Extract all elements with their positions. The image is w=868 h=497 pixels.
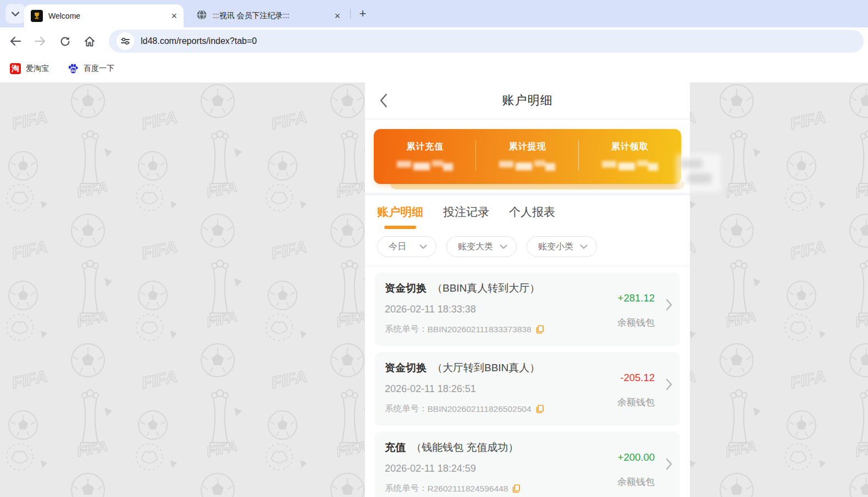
copy-icon[interactable] xyxy=(512,484,521,493)
stat-total-deposit: 累计充值 xyxy=(374,129,476,184)
baidu-paw-icon: du xyxy=(68,63,79,74)
close-tab-icon[interactable]: × xyxy=(171,11,177,21)
tab-strip: Welcome × :::视讯 会员下注纪录::: × + xyxy=(0,0,868,27)
blurred-overlay xyxy=(676,154,721,192)
copy-icon[interactable] xyxy=(536,325,544,334)
tab-betting-records[interactable]: :::视讯 会员下注纪录::: × xyxy=(190,4,347,27)
order-number: BBIN202602111833373838 xyxy=(428,325,532,334)
record-wallet: 余额钱包 xyxy=(617,476,655,488)
home-button[interactable] xyxy=(80,32,99,51)
globe-icon xyxy=(196,9,207,23)
svg-text:du: du xyxy=(71,69,75,72)
back-icon[interactable] xyxy=(379,93,388,108)
new-tab-button[interactable]: + xyxy=(355,6,371,21)
bookmark-label: 百度一下 xyxy=(84,64,114,74)
summary-card: 累计充值 累计提现 累计领取 xyxy=(374,129,681,184)
copy-icon[interactable] xyxy=(536,405,544,414)
report-tabs: 账户明细 投注记录 个人报表 xyxy=(365,196,690,229)
stats-section: 累计充值 累计提现 累计领取 xyxy=(365,119,690,193)
chevron-down-icon xyxy=(580,244,588,249)
site-settings-icon[interactable] xyxy=(117,32,134,50)
record-item[interactable]: 充值（钱能钱包 充值成功） 2026-02-11 18:24:59 系统单号： … xyxy=(375,432,680,497)
bookmark-baidu[interactable]: du 百度一下 xyxy=(68,63,114,74)
chevron-right-icon[interactable] xyxy=(666,299,672,311)
stat-label: 累计领取 xyxy=(579,141,681,153)
account-detail-page: 账户明细 累计充值 累计提现 累计领取 xyxy=(365,82,690,497)
record-datetime: 2026-02-11 18:24:59 xyxy=(385,463,670,474)
blurred-value xyxy=(498,159,556,174)
stat-label: 累计充值 xyxy=(374,141,476,153)
tab-separator xyxy=(350,9,351,19)
chevron-right-icon[interactable] xyxy=(666,458,672,470)
tab-title: :::视讯 会员下注纪录::: xyxy=(213,11,330,21)
bookmarks-bar: 淘 爱淘宝 du 百度一下 xyxy=(0,55,868,82)
chevron-right-icon[interactable] xyxy=(666,378,672,390)
address-bar[interactable]: ld48.com/reports/index?tab=0 xyxy=(109,30,864,53)
bookmark-label: 爱淘宝 xyxy=(26,64,49,74)
page-header: 账户明细 xyxy=(365,82,690,119)
filter-category-dropdown[interactable]: 账变大类 xyxy=(446,236,517,257)
page-title: 账户明细 xyxy=(502,92,553,109)
record-item[interactable]: 资金切换（BBIN真人转到大厅） 2026-02-11 18:33:38 系统单… xyxy=(375,272,680,346)
stat-label: 累计提现 xyxy=(476,141,578,153)
taobao-icon: 淘 xyxy=(10,63,21,74)
reload-button[interactable] xyxy=(56,32,74,51)
record-amount: -205.12 xyxy=(620,372,655,384)
record-datetime: 2026-02-11 18:33:38 xyxy=(385,304,670,315)
record-wallet: 余额钱包 xyxy=(617,316,655,329)
filter-date-dropdown[interactable]: 今日 xyxy=(377,236,436,257)
record-datetime: 2026-02-11 18:26:51 xyxy=(385,383,670,395)
filters-row: 今日 账变大类 账变小类 xyxy=(365,229,690,266)
stat-total-claimed: 累计领取 xyxy=(579,129,681,184)
url-text: ld48.com/reports/index?tab=0 xyxy=(141,36,257,46)
chevron-down-icon xyxy=(12,12,19,16)
tab-personal-report[interactable]: 个人报表 xyxy=(509,204,555,220)
forward-arrow-icon xyxy=(35,37,46,46)
site-favicon-trophy xyxy=(31,10,43,22)
blurred-value xyxy=(601,159,659,174)
close-tab-icon[interactable]: × xyxy=(334,11,340,21)
filter-subcategory-dropdown[interactable]: 账变小类 xyxy=(527,236,597,257)
record-amount: +281.12 xyxy=(618,292,655,304)
home-icon xyxy=(84,36,95,47)
chevron-down-icon xyxy=(419,244,427,249)
active-tab-underline xyxy=(384,226,416,229)
tab-welcome[interactable]: Welcome × xyxy=(24,4,184,27)
tab-title: Welcome xyxy=(48,12,167,20)
back-arrow-icon xyxy=(10,37,21,46)
record-item[interactable]: 资金切换（大厅转到BBIN真人） 2026-02-11 18:26:51 系统单… xyxy=(375,352,680,426)
browser-toolbar: ld48.com/reports/index?tab=0 xyxy=(0,27,868,55)
blurred-value xyxy=(396,159,454,174)
record-wallet: 余额钱包 xyxy=(617,396,655,409)
bookmark-aitaobao[interactable]: 淘 爱淘宝 xyxy=(10,63,49,74)
tab-bet-records[interactable]: 投注记录 xyxy=(443,204,489,220)
stat-total-withdrawal: 累计提现 xyxy=(476,129,578,184)
reload-icon xyxy=(60,36,70,47)
tab-search-button[interactable] xyxy=(5,4,25,24)
chevron-down-icon xyxy=(500,244,507,249)
record-list: 资金切换（BBIN真人转到大厅） 2026-02-11 18:33:38 系统单… xyxy=(365,266,690,497)
order-number: BBIN202602111826502504 xyxy=(428,404,532,414)
page-content: FIFA FIFA 账户明细 累计充值 xyxy=(0,82,868,497)
back-button[interactable] xyxy=(6,32,25,51)
record-amount: +200.00 xyxy=(618,451,655,464)
order-number: R2602111824596448 xyxy=(428,484,508,494)
tab-account-detail[interactable]: 账户明细 xyxy=(377,204,423,229)
forward-button[interactable] xyxy=(31,32,49,51)
